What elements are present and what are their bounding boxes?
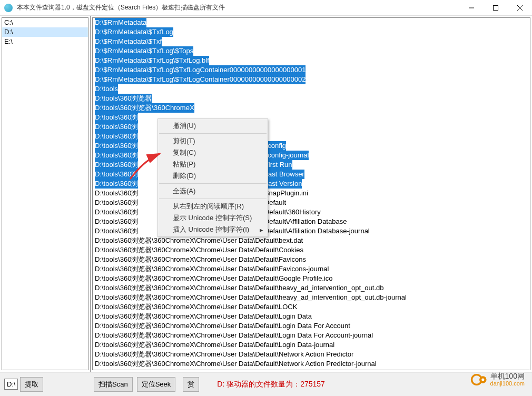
menu-item[interactable]: 删除(D): [158, 170, 268, 182]
svg-point-6: [481, 378, 484, 381]
file-row[interactable]: D:\tools\360浏览器\360ChromeX\Chrome\User D…: [93, 359, 530, 369]
file-row[interactable]: D:\tools\360浏览器\360ChromeX\Chrome\User D…: [93, 255, 530, 264]
maximize-button[interactable]: [484, 0, 508, 16]
drive-item[interactable]: C:\: [2, 18, 88, 27]
file-row[interactable]: D:\tools\360浏览器\360ChromeX\Chrome\User D…: [93, 350, 530, 359]
watermark-url: danji100.com: [490, 380, 525, 387]
watermark: 单机100网 danji100.com: [470, 371, 525, 389]
left-panel: C:\D:\E:\: [0, 16, 91, 372]
menu-item[interactable]: 粘贴(P): [158, 159, 268, 170]
extract-button[interactable]: 提取: [20, 377, 43, 392]
watermark-name: 单机100网: [490, 372, 525, 380]
menu-item[interactable]: 插入 Unicode 控制字符(I)▸: [158, 224, 268, 235]
file-row[interactable]: D:\tools\360浏览器\360ChromeX: [93, 103, 530, 113]
file-row[interactable]: D:\tools\360浏览器\360ChromeX\Chrome\User D…: [93, 302, 530, 312]
file-row[interactable]: D:\tools\360浏览器\360ChromeX\Chrome\User D…: [93, 236, 530, 245]
file-row[interactable]: D:\tools\360浏览器: [93, 94, 530, 103]
seek-button[interactable]: 定位Seek: [137, 377, 176, 392]
close-button[interactable]: [508, 0, 532, 16]
context-menu[interactable]: 撤消(U)剪切(T)复制(C)粘贴(P)删除(D)全选(A)从右到左的阅读顺序(…: [157, 118, 268, 237]
file-row[interactable]: D:\tools\360浏览器\360ChromeX\Chrome\User D…: [93, 274, 530, 283]
menu-item[interactable]: 显示 Unicode 控制字符(S): [158, 212, 268, 224]
file-row[interactable]: D:\$RmMetadata\$TxfLog\$TxfLogContainer0…: [93, 75, 530, 84]
menu-item[interactable]: 从右到左的阅读顺序(R): [158, 201, 268, 212]
watermark-logo-icon: [470, 371, 488, 389]
bottom-bar: 提取 扫描Scan 定位Seek 赏 D: 驱动器的文件数量为：275157: [0, 372, 532, 396]
file-row[interactable]: D:\tools\360浏览器\360ChromeX\Chrome\User D…: [93, 331, 530, 340]
menu-separator: [159, 199, 267, 199]
menu-item[interactable]: 全选(A): [158, 185, 268, 197]
menu-separator: [159, 133, 267, 134]
file-row[interactable]: D:\tools\360浏览器\360ChromeX\Chrome\User D…: [93, 293, 530, 302]
app-icon: [4, 4, 13, 12]
window-title: 本本文件查询器1.0，磁盘文件定位（Search Files）极速扫描磁盘所有文…: [17, 3, 459, 12]
file-row[interactable]: D:\tools\360浏览器\360ChromeX\Chrome\User D…: [93, 321, 530, 331]
submenu-arrow-icon: ▸: [260, 226, 263, 234]
minimize-button[interactable]: [459, 0, 484, 16]
status-text: D: 驱动器的文件数量为：275157: [201, 380, 325, 389]
file-row[interactable]: D:\tools\360浏览器\360ChromeX\Chrome\User D…: [93, 312, 530, 321]
scan-button[interactable]: 扫描Scan: [94, 377, 133, 392]
file-row[interactable]: D:\tools\360浏览器\360ChromeX\Chrome\User D…: [93, 283, 530, 293]
reward-button[interactable]: 赏: [183, 377, 199, 392]
file-row[interactable]: D:\tools\360浏览器\360ChromeX\Chrome\User D…: [93, 340, 530, 350]
menu-item[interactable]: 复制(C): [158, 147, 268, 159]
drive-textbox[interactable]: [4, 379, 18, 390]
title-bar: 本本文件查询器1.0，磁盘文件定位（Search Files）极速扫描磁盘所有文…: [0, 0, 532, 16]
file-row[interactable]: D:\$RmMetadata\$TxfLog\$TxfLogContainer0…: [93, 65, 530, 75]
file-row[interactable]: D:\$RmMetadata\$TxfLog\$Tops: [93, 46, 530, 56]
menu-item[interactable]: 剪切(T): [158, 135, 268, 147]
menu-item[interactable]: 撤消(U): [158, 120, 268, 132]
menu-separator: [159, 183, 267, 184]
svg-rect-1: [494, 5, 498, 10]
file-row[interactable]: D:\$RmMetadata\$TxfLog: [93, 27, 530, 37]
drive-list[interactable]: C:\D:\E:\: [2, 17, 88, 370]
file-row[interactable]: D:\tools\360浏览器\360ChromeX\Chrome\User D…: [93, 264, 530, 274]
file-row[interactable]: D:\$RmMetadata\$Txf: [93, 37, 530, 46]
drive-item[interactable]: E:\: [2, 37, 88, 46]
file-row[interactable]: D:\tools: [93, 84, 530, 94]
file-row[interactable]: D:\$RmMetadata\$TxfLog\$TxfLog.blf: [93, 56, 530, 65]
file-row[interactable]: D:\$RmMetadata: [93, 18, 530, 27]
file-row[interactable]: D:\tools\360浏览器\360ChromeX\Chrome\User D…: [93, 245, 530, 255]
drive-item[interactable]: D:\: [2, 27, 88, 37]
